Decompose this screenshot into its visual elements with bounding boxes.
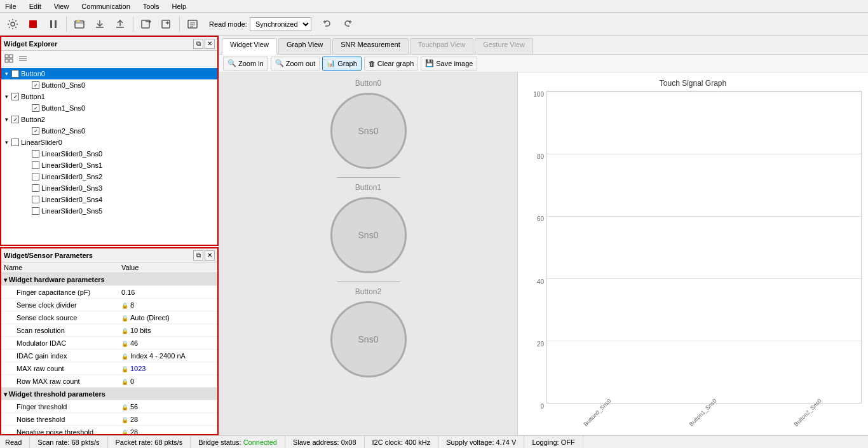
redo-button[interactable] [338, 15, 356, 33]
upload-button[interactable] [111, 15, 129, 33]
zoom-out-button[interactable]: 🔍 Zoom out [271, 57, 320, 71]
tree-item[interactable]: LinearSlider0_Sns1 [22, 160, 217, 171]
tree-checkbox[interactable]: ✓ [32, 127, 39, 135]
tree-item[interactable]: ✓Button0_Sns0 [22, 79, 217, 91]
param-value-text: 46 [130, 339, 138, 347]
params-title: Widget/Sensor Parameters [4, 252, 93, 259]
param-value[interactable]: 0.16 [119, 286, 217, 299]
stop-button[interactable] [24, 15, 42, 33]
clear-graph-button[interactable]: 🗑 Clear graph [364, 57, 418, 71]
tree-item[interactable]: ▾✓Button2 [1, 114, 217, 125]
checklist-button[interactable] [184, 15, 201, 33]
view-toolbar: 🔍 Zoom in 🔍 Zoom out 📊 Graph 🗑 Clear gra… [219, 55, 868, 72]
undo-button[interactable] [319, 15, 337, 33]
tree-item[interactable]: ▾LinearSlider0 [1, 137, 217, 148]
tab-graph-view[interactable]: Graph View [278, 38, 331, 54]
tree-item[interactable]: ✓Button2_Sns0 [22, 125, 217, 137]
status-slave: Slave address: 0x08 [285, 436, 365, 448]
widget-explorer-panel: Widget Explorer ⧉ ✕ ▾✓Button0✓Button0_Sn… [0, 36, 219, 246]
tree-item[interactable]: ▾✓Button1 [1, 91, 217, 102]
tree-checkbox[interactable] [32, 207, 39, 215]
svg-point-0 [11, 22, 15, 26]
menu-edit[interactable]: Edit [27, 1, 44, 11]
param-value[interactable]: 🔒Auto (Direct) [119, 311, 217, 324]
tree-item[interactable]: LinearSlider0_Sns5 [22, 205, 217, 217]
param-value[interactable]: 🔒10 bits [119, 324, 217, 337]
menu-bar: File Edit View Communication Tools Help [0, 0, 868, 13]
tree-checkbox[interactable] [32, 184, 39, 192]
param-name: Sense clock source [1, 311, 119, 324]
tree-checkbox[interactable] [11, 139, 19, 146]
widget-label: Button2 [355, 287, 381, 296]
status-i2c: I2C clock: 400 kHz [365, 436, 439, 448]
lock-icon: 🔒 [121, 341, 128, 347]
tree-checkbox[interactable]: ✓ [11, 93, 19, 100]
tree-expand-icon: ▾ [3, 70, 10, 78]
explorer-float-button[interactable]: ⧉ [193, 39, 203, 49]
read-mode-label: Read mode: [209, 20, 247, 28]
menu-tools[interactable]: Tools [140, 1, 162, 11]
grid-line [547, 216, 861, 217]
open-button[interactable] [71, 15, 88, 33]
tree-label: LinearSlider0_Sns1 [41, 161, 102, 169]
menu-file[interactable]: File [3, 1, 19, 11]
tree-checkbox[interactable] [32, 196, 39, 203]
tab-snr-measurement[interactable]: SNR Measurement [332, 38, 409, 54]
import-button[interactable] [158, 15, 175, 33]
pause-button[interactable] [44, 15, 62, 33]
tree-item[interactable]: LinearSlider0_Sns3 [22, 182, 217, 194]
tree-checkbox[interactable]: ✓ [32, 81, 39, 89]
param-value[interactable]: 🔒Index 4 - 2400 nA [119, 350, 217, 362]
param-value[interactable]: 🔒46 [119, 337, 217, 350]
params-float-button[interactable]: ⧉ [193, 250, 203, 261]
collapse-all-button[interactable] [17, 52, 29, 65]
clear-graph-label: Clear graph [377, 60, 414, 67]
expand-all-button[interactable] [3, 52, 15, 65]
menu-view[interactable]: View [51, 1, 72, 11]
settings-button[interactable] [4, 15, 22, 33]
tree-checkbox[interactable]: ✓ [11, 116, 19, 123]
explorer-close-button[interactable]: ✕ [205, 39, 215, 49]
param-value[interactable]: 🔒0 [119, 375, 217, 388]
tree-item[interactable]: ▾✓Button0 [1, 68, 217, 79]
tree-checkbox[interactable] [32, 150, 39, 158]
widget-sensor[interactable]: Sns0 [330, 197, 407, 273]
menu-help[interactable]: Help [169, 1, 189, 11]
zoom-in-button[interactable]: 🔍 Zoom in [223, 57, 268, 71]
params-close-button[interactable]: ✕ [205, 250, 215, 261]
tab-widget-view[interactable]: Widget View [222, 38, 277, 55]
read-mode-select[interactable]: Synchronized Free running [250, 17, 311, 31]
svg-rect-3 [55, 20, 57, 28]
param-value[interactable]: 🔒56 [119, 400, 217, 413]
widget-sensor[interactable]: Sns0 [330, 93, 407, 169]
params-scroll[interactable]: Name Value ▾ Widget hardware parametersF… [1, 262, 217, 434]
param-value[interactable]: 🔒8 [119, 299, 217, 311]
export-button[interactable] [137, 15, 155, 33]
tree-expand-icon [23, 127, 31, 135]
tree-label: Button2_Sns0 [41, 127, 85, 135]
param-value[interactable]: 🔒28 [119, 413, 217, 426]
params-scroll-wrapper: Name Value ▾ Widget hardware parametersF… [1, 262, 217, 434]
menu-communication[interactable]: Communication [79, 1, 132, 11]
tree-item[interactable]: ✓Button1_Sns0 [22, 102, 217, 114]
widget-section-1: Button1Sns0 [280, 183, 458, 273]
save-image-button[interactable]: 💾 Save image [421, 57, 477, 71]
tree-checkbox[interactable] [32, 161, 39, 169]
download-button[interactable] [91, 15, 109, 33]
tree-checkbox[interactable]: ✓ [11, 70, 19, 78]
tree-item[interactable]: LinearSlider0_Sns0 [22, 148, 217, 160]
tree-checkbox[interactable]: ✓ [32, 104, 39, 112]
panel-controls: ⧉ ✕ [193, 39, 215, 49]
tree-item[interactable]: LinearSlider0_Sns4 [22, 194, 217, 205]
param-value[interactable]: 🔒28 [119, 426, 217, 435]
params-header: Widget/Sensor Parameters ⧉ ✕ [1, 248, 217, 262]
tree-item[interactable]: LinearSlider0_Sns2 [22, 171, 217, 182]
tree-checkbox[interactable] [32, 173, 39, 180]
right-content: Widget ViewGraph ViewSNR MeasurementTouc… [219, 36, 868, 435]
graph-button[interactable]: 📊 Graph [322, 57, 362, 71]
widget-label: Button1 [355, 183, 381, 192]
zoom-out-icon: 🔍 [275, 59, 284, 67]
svg-rect-2 [50, 20, 52, 28]
param-value[interactable]: 🔒1023 [119, 362, 217, 375]
widget-sensor[interactable]: Sns0 [330, 301, 407, 377]
